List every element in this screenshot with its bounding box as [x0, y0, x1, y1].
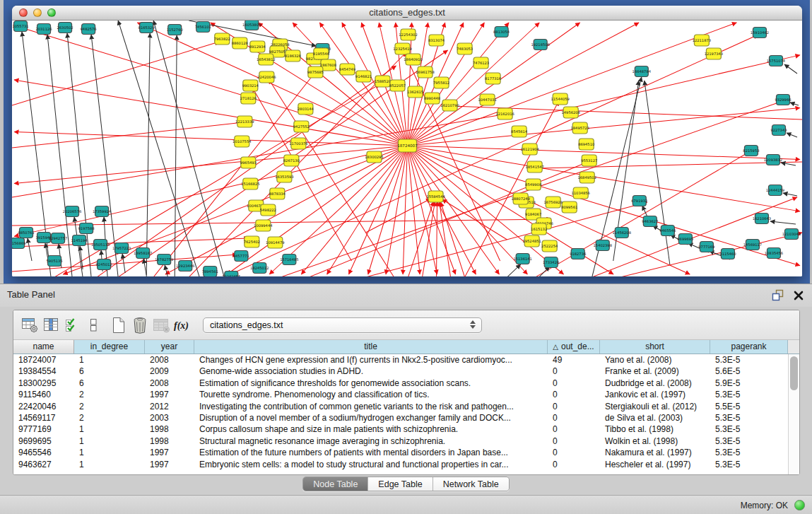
svg-text:1615132: 1615132 — [531, 227, 547, 231]
close-window-icon[interactable] — [19, 8, 28, 17]
table-mode-icon[interactable] — [19, 315, 40, 336]
close-panel-icon[interactable] — [794, 291, 804, 303]
memory-status-label: Memory: OK — [741, 501, 788, 510]
svg-text:16849502: 16849502 — [578, 175, 596, 180]
zoom-window-icon[interactable] — [47, 8, 56, 17]
network-graph: 1055731203112626305029482576816532911527… — [12, 21, 802, 276]
svg-text:9903214: 9903214 — [242, 83, 259, 88]
table-row[interactable]: 946362711997Embryonic stem cells: a mode… — [13, 459, 788, 470]
svg-text:15402398: 15402398 — [594, 243, 612, 247]
table-cell: 1 — [74, 447, 145, 458]
delete-column-icon[interactable] — [129, 315, 151, 336]
svg-text:8813054: 8813054 — [493, 30, 510, 34]
svg-text:15751074: 15751074 — [767, 59, 786, 63]
select-rows-icon[interactable] — [61, 315, 83, 336]
tab-network-table[interactable]: Network Table — [433, 477, 509, 491]
table-cell: Disruption of a novel member of a sodium… — [194, 412, 548, 424]
table-cell: 2008 — [145, 378, 194, 389]
svg-text:9115460: 9115460 — [719, 252, 736, 256]
svg-text:8454749: 8454749 — [339, 67, 355, 71]
svg-text:8267130: 8267130 — [283, 158, 300, 163]
column-header-out-degree[interactable]: △out_de... — [548, 340, 600, 354]
tab-edge-table[interactable]: Edge Table — [368, 477, 433, 491]
svg-text:7456101: 7456101 — [195, 25, 211, 29]
svg-text:1156869: 1156869 — [12, 241, 26, 245]
delete-table-icon[interactable] — [151, 315, 172, 336]
table-selector[interactable]: citations_edges.txt — [203, 317, 482, 333]
network-window-titlebar[interactable]: citations_edges.txt — [12, 6, 802, 21]
table-row[interactable]: 911546021997Tourette syndrome. Phenomeno… — [13, 389, 788, 400]
table-cell: 2 — [74, 401, 145, 412]
svg-text:9827505: 9827505 — [269, 49, 286, 54]
table-row[interactable]: 1830029562008Estimation of significance … — [13, 378, 788, 389]
svg-text:13505135: 13505135 — [91, 243, 110, 247]
header-corner — [788, 340, 799, 354]
column-header-short[interactable]: short — [600, 340, 710, 354]
table-row[interactable]: 1872400712008Changes of HCN gene express… — [13, 354, 788, 366]
svg-text:9875685: 9875685 — [307, 70, 324, 74]
column-header-year[interactable]: year — [145, 340, 194, 354]
network-canvas[interactable]: 1055731203112626305029482576816532911527… — [12, 21, 802, 276]
svg-text:8522057: 8522057 — [389, 83, 406, 88]
svg-text:8990448: 8990448 — [424, 96, 440, 100]
svg-text:9553127: 9553127 — [581, 158, 597, 163]
table-cell: 5.5E-5 — [710, 401, 788, 412]
tab-node-table[interactable]: Node Table — [303, 477, 368, 491]
column-header-in-degree[interactable]: in_degree — [74, 340, 145, 354]
table-cell: Tibbo et al. (1998) — [600, 424, 710, 435]
show-columns-icon[interactable] — [40, 315, 61, 336]
svg-text:11700376: 11700376 — [289, 141, 307, 146]
table-cell: Genome-wide association studies in ADHD. — [194, 366, 548, 377]
column-header-title[interactable]: title — [194, 340, 548, 354]
table-cell: 0 — [548, 447, 600, 458]
table-cell: Franke et al. (2009) — [600, 366, 710, 377]
column-header-pagerank[interactable]: pagerank — [710, 340, 788, 354]
svg-text:7955812: 7955812 — [433, 81, 449, 85]
table-row[interactable]: 946554611997Estimation of the future num… — [13, 447, 788, 458]
table-cell: 5.3E-5 — [710, 354, 788, 366]
svg-text:9463627: 9463627 — [642, 219, 658, 223]
table-cell: 0 — [548, 389, 600, 400]
table-cell: 49 — [548, 354, 600, 366]
create-column-icon[interactable] — [108, 315, 129, 336]
svg-text:18245012: 18245012 — [250, 266, 269, 270]
svg-text:22420046: 22420046 — [257, 75, 276, 79]
table-cell: 5.3E-5 — [710, 424, 788, 435]
minimize-window-icon[interactable] — [33, 8, 42, 17]
table-cell: Embryonic stem cells: a model to study s… — [194, 459, 548, 470]
table-cell: 18300295 — [13, 378, 74, 389]
table-cell: 1 — [74, 436, 145, 447]
table-body-wrap: 1872400712008Changes of HCN gene express… — [13, 354, 799, 474]
memory-ok-indicator[interactable] — [794, 500, 805, 510]
table-row[interactable]: 977716911998Corpus callosum shape and si… — [13, 424, 788, 435]
table-cell: Stergiakouli et al. (2012) — [600, 401, 710, 412]
table-cell: de Silva et al. (2003) — [600, 412, 710, 424]
float-panel-icon[interactable] — [772, 289, 784, 304]
function-builder-icon[interactable]: f(x) — [172, 315, 193, 336]
table-cell: 1 — [74, 424, 145, 435]
table-cell: 19384554 — [13, 366, 74, 377]
toggle-rows-icon[interactable] — [83, 315, 104, 336]
svg-text:18724007: 18724007 — [397, 144, 418, 148]
svg-text:1588520: 1588520 — [375, 79, 391, 83]
svg-text:17957223: 17957223 — [112, 246, 131, 250]
svg-text:20206576: 20206576 — [63, 209, 81, 214]
table-tabs-bar: Node Table Edge Table Network Table — [0, 477, 812, 491]
table-row[interactable]: 1938455462009Genome-wide association stu… — [13, 366, 788, 377]
vertical-scrollbar[interactable] — [788, 354, 799, 474]
svg-text:8165329: 8165329 — [139, 25, 155, 30]
scrollbar-thumb[interactable] — [790, 356, 798, 390]
table-row[interactable]: 1456911722003Disruption of a novel membe… — [13, 412, 788, 424]
table-row[interactable]: 969969511998Structural magnetic resonanc… — [13, 436, 788, 447]
column-header-name[interactable]: name — [13, 340, 74, 354]
table-cell: 5.3E-5 — [710, 389, 788, 400]
table-cell: 9115460 — [13, 389, 74, 400]
table-row[interactable]: 2242004622012Investigating the contribut… — [13, 401, 788, 412]
table-cell: Changes of HCN gene expression and I(f) … — [194, 354, 548, 366]
table-cell: 5.6E-5 — [710, 366, 788, 377]
svg-text:7483053: 7483053 — [457, 47, 473, 51]
svg-text:8912934: 8912934 — [249, 45, 266, 49]
svg-text:12162016: 12162016 — [495, 112, 514, 116]
table-cell: 0 — [548, 424, 600, 435]
svg-text:9777169: 9777169 — [698, 245, 714, 249]
